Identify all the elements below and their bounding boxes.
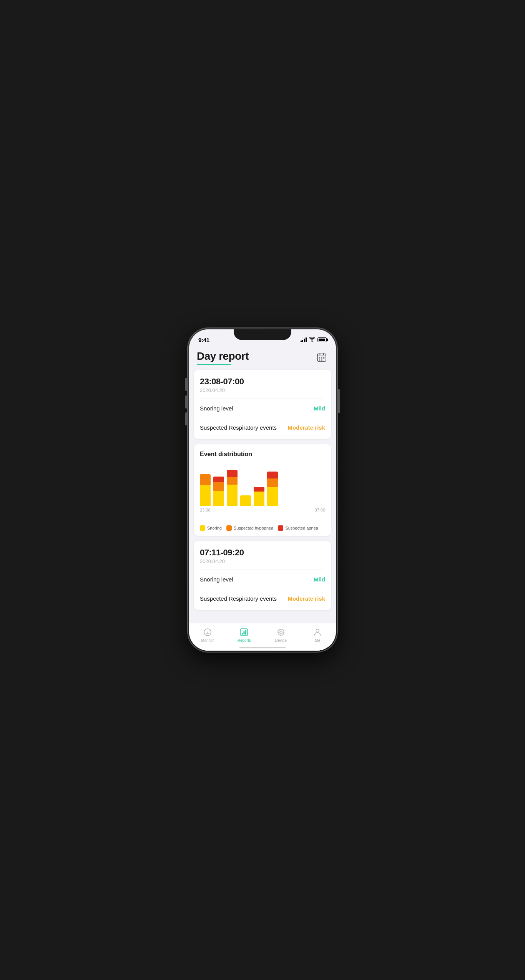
- x-label-end: 07:00: [314, 508, 325, 512]
- session1-card: 23:08-07:00 2020.04.20 Snoring level Mil…: [194, 370, 331, 439]
- chart-bars: [200, 464, 325, 506]
- svg-rect-7: [321, 360, 322, 361]
- respiratory-label-1: Suspected Respiratory events: [200, 424, 277, 431]
- home-indicator: [239, 647, 286, 648]
- nav-label-device: Device: [275, 638, 287, 643]
- session1-date: 2020.04.20: [200, 387, 325, 393]
- legend-label-apnea: Suspected apnea: [285, 526, 318, 530]
- me-icon: [312, 627, 322, 637]
- respiratory-label-2: Suspected Respiratory events: [200, 595, 277, 602]
- svg-rect-11: [242, 633, 243, 635]
- calendar-icon: [317, 352, 327, 362]
- svg-point-15: [280, 631, 282, 633]
- bar-2: [213, 477, 224, 506]
- nav-item-monitor[interactable]: Z Monitor: [189, 627, 226, 643]
- phone-notch: [234, 329, 291, 340]
- svg-rect-2: [323, 353, 324, 355]
- divider-1: [200, 399, 325, 399]
- legend-apnea: Suspected apnea: [278, 525, 318, 531]
- svg-rect-5: [323, 357, 325, 359]
- respiratory-row-2: Suspected Respiratory events Moderate ri…: [200, 594, 325, 603]
- page-header: Day report: [189, 346, 336, 365]
- scroll-area[interactable]: 23:08-07:00 2020.04.20 Snoring level Mil…: [189, 365, 336, 623]
- snoring-label-2: Snoring level: [200, 576, 233, 583]
- signal-icon: [301, 337, 307, 342]
- reports-icon: [239, 627, 249, 637]
- legend-label-hypopnea: Suspected hypopnea: [234, 526, 273, 530]
- legend-dot-hypopnea: [226, 525, 232, 531]
- nav-label-monitor: Monitor: [201, 638, 214, 643]
- snoring-row-1: Snoring level Mild: [200, 404, 325, 413]
- svg-rect-6: [319, 360, 321, 361]
- chart-title: Event distribution: [200, 451, 325, 458]
- monitor-icon: Z: [203, 627, 213, 637]
- snoring-row-2: Snoring level Mild: [200, 575, 325, 584]
- snoring-value-1: Mild: [314, 405, 325, 412]
- bar-6: [267, 472, 278, 506]
- bar-1: [200, 474, 211, 506]
- svg-rect-4: [321, 357, 322, 359]
- status-icons: [301, 337, 327, 342]
- status-time: 9:41: [198, 337, 209, 343]
- chart-card: Event distribution: [194, 444, 331, 536]
- legend-hypopnea: Suspected hypopnea: [226, 525, 273, 531]
- bar-4: [240, 495, 251, 506]
- divider-2: [200, 418, 325, 418]
- legend-dot-apnea: [278, 525, 283, 531]
- legend-snoring: Snoring: [200, 525, 222, 531]
- svg-rect-1: [319, 353, 320, 355]
- divider-4: [200, 589, 325, 589]
- chart-legend: Snoring Suspected hypopnea Suspected apn…: [200, 525, 325, 531]
- nav-label-me: Me: [315, 638, 320, 643]
- bar-3: [227, 470, 238, 506]
- device-icon: [276, 627, 286, 637]
- session2-time: 07:11-09:20: [200, 548, 325, 558]
- snoring-label-1: Snoring level: [200, 405, 233, 412]
- nav-item-me[interactable]: Me: [299, 627, 336, 643]
- divider-3: [200, 570, 325, 570]
- respiratory-row-1: Suspected Respiratory events Moderate ri…: [200, 423, 325, 432]
- svg-point-16: [316, 629, 319, 632]
- battery-icon: [317, 337, 327, 342]
- wifi-icon: [309, 337, 315, 342]
- legend-dot-snoring: [200, 525, 205, 531]
- bar-5: [254, 487, 264, 506]
- respiratory-value-1: Moderate risk: [287, 424, 325, 431]
- page-title: Day report: [197, 350, 249, 362]
- session2-card: 07:11-09:20 2020.04.20 Snoring level Mil…: [194, 541, 331, 610]
- legend-label-snoring: Snoring: [207, 526, 222, 530]
- calendar-button[interactable]: [315, 351, 328, 364]
- nav-item-device[interactable]: Device: [262, 627, 299, 643]
- svg-rect-13: [245, 630, 246, 635]
- x-label-start: 23:08: [200, 508, 211, 512]
- nav-label-reports: Reports: [238, 638, 251, 643]
- nav-item-reports[interactable]: Reports: [226, 627, 263, 643]
- svg-rect-3: [319, 357, 321, 359]
- svg-rect-12: [244, 631, 245, 635]
- respiratory-value-2: Moderate risk: [287, 595, 325, 602]
- snoring-value-2: Mild: [314, 576, 325, 583]
- session2-date: 2020.04.20: [200, 558, 325, 564]
- svg-text:Z: Z: [206, 630, 209, 635]
- session1-time: 23:08-07:00: [200, 377, 325, 387]
